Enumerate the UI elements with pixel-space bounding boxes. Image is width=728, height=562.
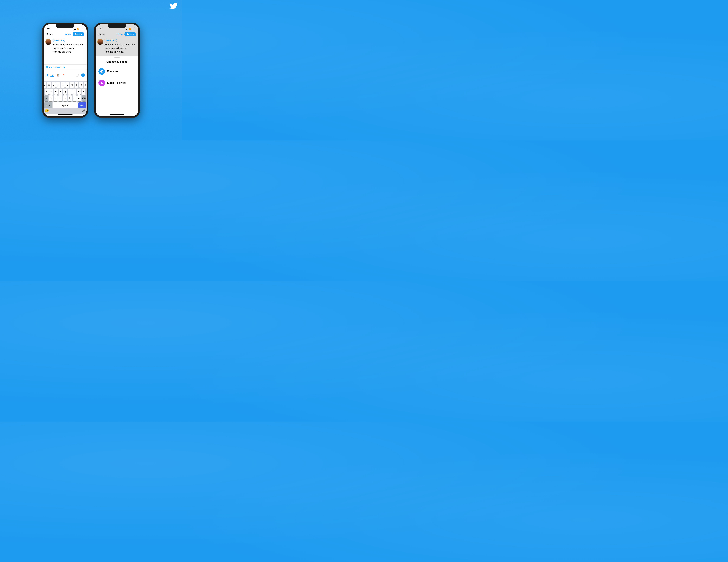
mic-icon-1[interactable]: 🎤: [82, 109, 85, 112]
compose-right-2: Everyone ∨ Skincare Q&A exclusive for my…: [105, 39, 137, 53]
key-g[interactable]: g: [63, 89, 67, 94]
battery-2: [132, 28, 135, 30]
phone-2: 9:15 📶: [94, 23, 140, 118]
status-time-2: 9:15: [99, 28, 103, 30]
super-followers-icon-circle: [98, 80, 105, 86]
image-icon-1[interactable]: 🖼: [45, 74, 48, 76]
phone-2-screen: 9:15 📶: [96, 24, 138, 116]
numbers-key[interactable]: 123: [44, 102, 52, 108]
key-q[interactable]: q: [44, 82, 46, 88]
key-c[interactable]: c: [58, 95, 62, 101]
avatar-head-2: [99, 39, 102, 40]
keyboard-bottom-1: 🙂 🎤: [44, 108, 87, 114]
signal-bar: [76, 28, 76, 30]
key-o[interactable]: o: [79, 82, 83, 88]
sheet-title-2: Choose audience: [96, 59, 138, 66]
twitter-logo: [169, 3, 178, 9]
key-t[interactable]: t: [61, 82, 65, 88]
nav-bar-2: Cancel Drafts Tweets: [96, 31, 138, 38]
key-y[interactable]: y: [65, 82, 69, 88]
tweets-button-2[interactable]: Tweets: [124, 32, 136, 36]
battery-fill-1: [80, 29, 82, 29]
key-l[interactable]: l: [82, 89, 85, 94]
home-bar-1: [58, 114, 73, 115]
chevron-down-icon-2: ∨: [115, 40, 116, 41]
compose-area-1: Everyone ∨ Skincare Q&A exclusive for my…: [44, 38, 87, 55]
tweets-button-1[interactable]: Tweets: [73, 32, 84, 36]
wifi-icon-1: 📶: [77, 28, 79, 30]
search-key[interactable]: search: [78, 102, 86, 108]
avatar-figure-1: [46, 39, 51, 45]
avatar-2: [97, 39, 103, 45]
audience-pill-2[interactable]: Everyone ∨: [105, 39, 117, 42]
cancel-button-1[interactable]: Cancel: [46, 33, 53, 36]
key-w[interactable]: w: [47, 82, 51, 88]
audience-option-super-followers[interactable]: Super Followers: [96, 77, 138, 88]
battery-fill-2: [132, 29, 134, 29]
key-d[interactable]: d: [54, 89, 58, 94]
nav-actions-2: Drafts Tweets: [117, 32, 136, 36]
phone-1-screen: 9:15 📶 Cancel: [44, 24, 87, 116]
gif-icon-1[interactable]: GIF: [50, 74, 55, 77]
status-time-1: 9:15: [47, 28, 51, 30]
list-icon-1[interactable]: 📋: [57, 74, 60, 77]
key-s[interactable]: s: [49, 89, 53, 94]
signal-bar: [74, 29, 75, 30]
audience-pill-1[interactable]: Everyone ∨: [53, 39, 65, 42]
keyboard-row-3: ⇧ z x c v b n m ⌫: [44, 95, 86, 101]
key-k[interactable]: k: [77, 89, 81, 94]
key-z[interactable]: z: [49, 95, 53, 101]
cancel-button-2[interactable]: Cancel: [98, 33, 105, 36]
home-bar-2: [110, 114, 124, 115]
key-n[interactable]: n: [73, 95, 77, 101]
signal-bar: [126, 29, 127, 30]
avatar-head-1: [47, 39, 50, 40]
add-tweet-button-1[interactable]: +: [81, 73, 85, 77]
space-key[interactable]: space: [53, 102, 78, 108]
shift-key[interactable]: ⇧: [44, 95, 48, 101]
audience-pill-label-2: Everyone: [106, 39, 114, 41]
key-m[interactable]: m: [77, 95, 81, 101]
svg-marker-0: [102, 81, 102, 82]
drafts-button-1[interactable]: Drafts: [65, 33, 71, 36]
keyboard-1: q w e r t y u i o p a s d f g: [44, 81, 87, 108]
keyboard-row-4: 123 space search: [44, 102, 86, 108]
key-u[interactable]: u: [70, 82, 74, 88]
notch-2: [108, 24, 126, 28]
drafts-button-2[interactable]: Drafts: [117, 33, 123, 36]
key-f[interactable]: f: [59, 89, 62, 94]
key-j[interactable]: j: [72, 89, 76, 94]
sheet-handle-2: [114, 57, 120, 58]
key-h[interactable]: h: [68, 89, 72, 94]
emoji-icon-1[interactable]: 🙂: [45, 109, 49, 113]
key-v[interactable]: v: [63, 95, 67, 101]
audience-pill-label-1: Everyone: [54, 39, 62, 41]
key-a[interactable]: a: [45, 89, 49, 94]
tweet-text-2: Skincare Q&A exclusive for my super foll…: [105, 43, 137, 53]
avatar-img-2: [97, 39, 103, 45]
signal-bar: [128, 28, 128, 30]
key-b[interactable]: b: [68, 95, 72, 101]
key-p[interactable]: p: [84, 82, 87, 88]
location-icon-1[interactable]: 📍: [62, 74, 65, 77]
toolbar-1: 🖼 GIF 📋 📍 +: [44, 69, 87, 81]
everyone-option-label: Everyone: [107, 70, 118, 73]
bottom-sheet-2: Choose audience Everyone: [96, 56, 138, 114]
keyboard-row-2: a s d f g h j k l: [44, 89, 86, 94]
delete-key[interactable]: ⌫: [82, 95, 86, 101]
phone-1: 9:15 📶 Cancel: [42, 23, 88, 118]
status-icons-2: 📶: [126, 28, 135, 30]
reply-info-1[interactable]: 🌐 Everyone can reply: [44, 64, 87, 69]
signal-bar: [127, 29, 127, 30]
key-r[interactable]: r: [56, 82, 60, 88]
signal-bars-2: [126, 28, 128, 30]
tweet-text-1[interactable]: Skincare Q&A exclusive for my super foll…: [53, 43, 85, 53]
progress-circle-1: [76, 73, 79, 77]
key-i[interactable]: i: [75, 82, 78, 88]
key-x[interactable]: x: [54, 95, 58, 101]
signal-bar: [74, 29, 74, 30]
audience-option-everyone[interactable]: Everyone: [96, 66, 138, 77]
avatar-figure-2: [98, 39, 102, 45]
globe-icon-2: [100, 70, 103, 73]
key-e[interactable]: e: [52, 82, 56, 88]
